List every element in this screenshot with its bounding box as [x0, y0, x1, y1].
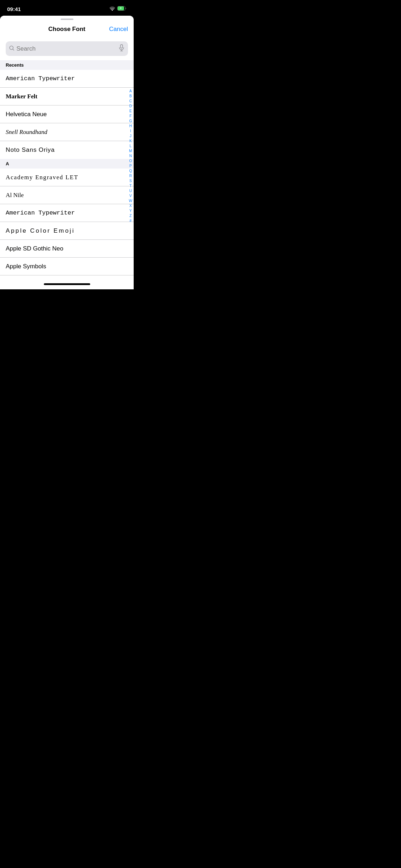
cancel-button[interactable]: Cancel — [109, 26, 128, 33]
alpha-index-h[interactable]: H — [129, 124, 133, 128]
section-list-recents: American TypewriterMarker FeltHelvetica … — [0, 70, 134, 159]
alpha-index-q[interactable]: Q — [128, 169, 133, 173]
alpha-index-v[interactable]: V — [129, 193, 133, 198]
sheet-title: Choose Font — [48, 26, 86, 33]
font-picker-sheet: Choose Font Cancel — [0, 16, 134, 289]
sheet-handle — [61, 19, 73, 20]
alpha-index-i[interactable]: I — [129, 129, 132, 133]
alpha-index-y[interactable]: Y — [129, 208, 133, 213]
section-header-recents: Recents — [0, 60, 134, 70]
alpha-index-r[interactable]: R — [129, 174, 133, 178]
font-item-arial[interactable]: Arial — [0, 275, 134, 277]
status-time: 09:41 — [7, 6, 21, 12]
search-bar — [6, 41, 128, 56]
font-item-noto-sans-oriya[interactable]: Noto Sans Oriya — [0, 141, 134, 159]
alpha-index-d[interactable]: D — [129, 104, 133, 108]
alpha-index-x[interactable]: X — [129, 203, 133, 208]
alpha-index-z[interactable]: Z — [129, 213, 132, 218]
wifi-icon — [109, 6, 115, 12]
alpha-index-m[interactable]: M — [128, 149, 133, 153]
alpha-index-b[interactable]: B — [129, 94, 133, 98]
alpha-index-g[interactable]: G — [128, 119, 133, 123]
alpha-index-j[interactable]: J — [129, 134, 132, 138]
alpha-index-w[interactable]: W — [128, 198, 133, 203]
search-icon — [9, 46, 14, 52]
sheet-header: Choose Font Cancel — [0, 21, 134, 38]
alpha-index-f[interactable]: F — [129, 114, 132, 118]
alpha-index-s[interactable]: S — [129, 179, 133, 183]
font-item-apple-color-emoji[interactable]: Apple Color Emoji — [0, 222, 134, 240]
font-item-academy-engraved-let[interactable]: Academy Engraved LET — [0, 169, 134, 186]
search-input[interactable] — [16, 45, 117, 52]
microphone-icon[interactable] — [119, 44, 124, 53]
font-item-american-typewriter[interactable]: American Typewriter — [0, 70, 134, 88]
alpha-index-u[interactable]: U — [129, 188, 133, 193]
battery-icon — [117, 6, 127, 12]
alpha-index-o[interactable]: O — [128, 159, 133, 163]
section-list-a: Academy Engraved LETAl NileAmerican Type… — [0, 169, 134, 277]
svg-line-3 — [13, 49, 14, 50]
font-item-apple-symbols[interactable]: Apple Symbols — [0, 258, 134, 275]
alphabet-index[interactable]: ABCDEFGHIJKLMNOPQRSTUVWXYZ# — [128, 89, 133, 223]
font-item-american-typewriter[interactable]: American Typewriter — [0, 204, 134, 222]
font-item-apple-sd-gothic-neo[interactable]: Apple SD Gothic Neo — [0, 240, 134, 258]
alpha-index-t[interactable]: T — [129, 184, 132, 188]
section-header-a: A — [0, 159, 134, 169]
alpha-index-n[interactable]: N — [129, 154, 133, 158]
alpha-index-#[interactable]: # — [129, 218, 132, 223]
home-bar — [44, 283, 90, 285]
alpha-index-a[interactable]: A — [129, 89, 133, 93]
search-container — [0, 38, 134, 60]
font-item-marker-felt[interactable]: Marker Felt — [0, 88, 134, 105]
sheet-handle-area — [0, 16, 134, 21]
font-item-helvetica-neue[interactable]: Helvetica Neue — [0, 105, 134, 123]
alpha-index-k[interactable]: K — [129, 139, 133, 143]
alpha-index-c[interactable]: C — [129, 99, 133, 103]
home-indicator — [0, 277, 134, 289]
status-icons — [109, 6, 127, 12]
font-list-container: ABCDEFGHIJKLMNOPQRSTUVWXYZ# RecentsAmeri… — [0, 60, 134, 277]
alpha-index-l[interactable]: L — [129, 144, 132, 148]
status-bar: 09:41 — [0, 0, 134, 16]
svg-rect-4 — [120, 45, 123, 48]
font-item-snell-roundhand[interactable]: Snell Roundhand — [0, 123, 134, 141]
alpha-index-p[interactable]: P — [129, 164, 133, 168]
font-item-al-nile[interactable]: Al Nile — [0, 186, 134, 204]
alpha-index-e[interactable]: E — [129, 109, 133, 113]
